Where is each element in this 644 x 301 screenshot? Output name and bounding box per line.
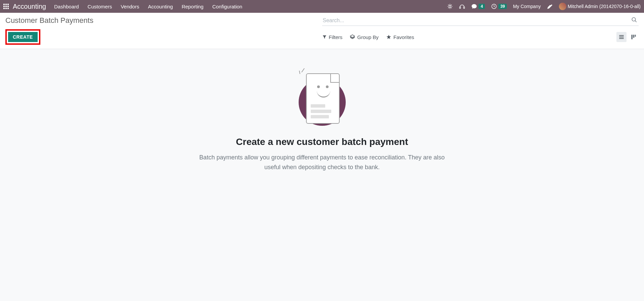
activities-badge: 39 xyxy=(498,4,507,9)
highlight-annotation: CREATE xyxy=(5,29,40,45)
user-menu[interactable]: Mitchell Admin (20142070-16-0-all) xyxy=(559,3,641,10)
nav-reporting[interactable]: Reporting xyxy=(182,4,203,9)
cp-right: Filters Group By Favorites xyxy=(322,29,639,45)
layers-icon xyxy=(350,34,355,40)
control-panel: Customer Batch Payments CREATE Filters G… xyxy=(0,13,644,49)
filter-icon xyxy=(322,35,327,39)
nav-vendors[interactable]: Vendors xyxy=(121,4,139,9)
search-input[interactable] xyxy=(322,16,639,26)
tools-icon[interactable] xyxy=(547,3,553,9)
search-icon[interactable] xyxy=(631,17,637,23)
svg-rect-5 xyxy=(631,35,633,39)
debug-icon[interactable] xyxy=(447,3,453,9)
content-area: Create a new customer batch payment Batc… xyxy=(0,49,644,192)
groupby-button[interactable]: Group By xyxy=(350,34,378,40)
svg-rect-2 xyxy=(464,7,465,9)
create-button[interactable]: CREATE xyxy=(8,32,38,42)
view-switcher xyxy=(616,32,639,42)
svg-point-0 xyxy=(449,5,451,7)
empty-illustration xyxy=(295,69,349,130)
messages-icon[interactable]: 4 xyxy=(471,3,485,9)
list-view-button[interactable] xyxy=(616,32,627,42)
svg-rect-6 xyxy=(633,35,635,38)
app-brand[interactable]: Accounting xyxy=(13,3,46,10)
kanban-icon xyxy=(631,34,637,40)
nav-customers[interactable]: Customers xyxy=(87,4,112,9)
nav-dashboard[interactable]: Dashboard xyxy=(54,4,79,9)
search-wrap xyxy=(322,16,639,26)
svg-rect-7 xyxy=(635,35,636,37)
cp-left-buttons: CREATE xyxy=(5,29,322,45)
apps-icon[interactable] xyxy=(3,4,9,9)
nav-configuration[interactable]: Configuration xyxy=(212,4,242,9)
top-nav: Accounting Dashboard Customers Vendors A… xyxy=(0,0,644,13)
list-icon xyxy=(618,34,624,40)
messages-badge: 4 xyxy=(479,4,485,9)
avatar xyxy=(559,3,566,10)
star-icon xyxy=(386,34,391,40)
nav-menu: Dashboard Customers Vendors Accounting R… xyxy=(54,4,242,9)
favorites-button[interactable]: Favorites xyxy=(386,34,414,40)
filters-button[interactable]: Filters xyxy=(322,34,343,40)
support-icon[interactable] xyxy=(459,3,465,9)
breadcrumb: Customer Batch Payments xyxy=(5,16,322,26)
activities-icon[interactable]: 39 xyxy=(491,3,507,9)
kanban-view-button[interactable] xyxy=(629,32,639,42)
empty-title: Create a new customer batch payment xyxy=(236,137,408,147)
empty-description: Batch payments allow you grouping differ… xyxy=(194,153,450,172)
user-name: Mitchell Admin (20142070-16-0-all) xyxy=(568,4,641,9)
svg-point-4 xyxy=(632,17,636,21)
svg-rect-1 xyxy=(460,7,461,9)
search-options: Filters Group By Favorites xyxy=(322,34,414,40)
nav-accounting[interactable]: Accounting xyxy=(148,4,173,9)
nav-right: 4 39 My Company Mitchell Admin (20142070… xyxy=(447,3,641,10)
company-switcher[interactable]: My Company xyxy=(513,4,540,9)
